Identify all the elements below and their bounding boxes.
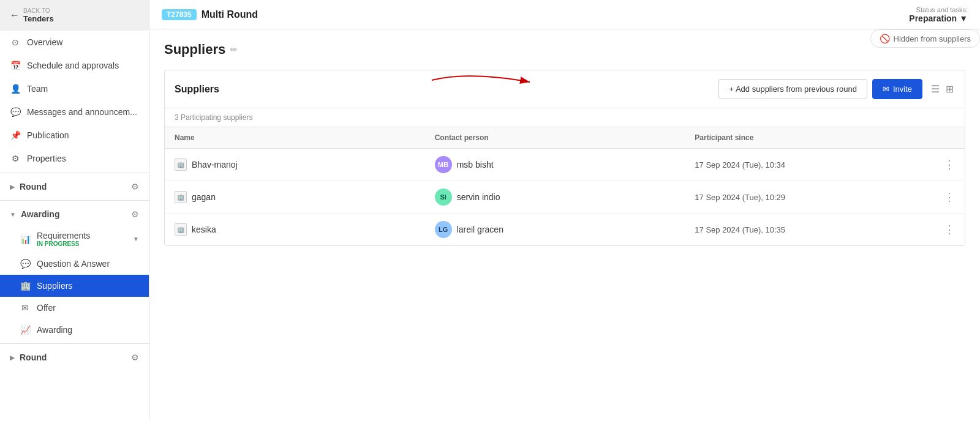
sidebar-item-label: Team	[27, 84, 48, 94]
team-icon: 👤	[10, 83, 21, 94]
participant-since-3: 17 Sep 2024 (Tue), 10:35 ⋮	[695, 223, 955, 236]
contact-person-2: SI servin indio	[435, 188, 695, 206]
awarding-icon: 📈	[20, 324, 31, 335]
participant-since-1: 17 Sep 2024 (Tue), 10:34 ⋮	[695, 158, 955, 171]
sidebar-item-label: Properties	[27, 154, 66, 163]
participant-since-2: 17 Sep 2024 (Tue), 10:29 ⋮	[695, 190, 955, 204]
supplier-name-1: 🏢 Bhav-manoj	[175, 158, 435, 171]
properties-icon: ⚙	[10, 153, 21, 164]
sidebar-item-team[interactable]: 👤 Team	[0, 77, 149, 100]
annotation-arrow	[420, 65, 542, 95]
add-suppliers-label: + Add suppliers from previous round	[729, 84, 856, 94]
sidebar-item-label: Publication	[27, 130, 69, 140]
add-suppliers-button[interactable]: + Add suppliers from previous round	[718, 79, 867, 99]
suppliers-table: Name Contact person Participant since 🏢 …	[165, 127, 965, 245]
offer-label: Offer	[37, 303, 56, 313]
sidebar-item-awarding[interactable]: 📈 Awarding	[0, 319, 149, 341]
requirements-badge: IN PROGRESS	[37, 240, 90, 247]
back-label: BACK TO	[23, 7, 54, 14]
edit-icon[interactable]: ✏	[230, 45, 238, 54]
invite-button[interactable]: ✉ Invite	[872, 79, 922, 99]
sidebar-item-label: Messages and announcem...	[27, 107, 137, 117]
schedule-icon: 📅	[10, 60, 21, 71]
list-view-icon[interactable]: ☰	[930, 82, 941, 96]
awarding-chevron-icon: ▼	[10, 211, 16, 218]
supplier-icon-1: 🏢	[175, 158, 187, 171]
topbar: T27835 Multi Round Status and tasks: Pre…	[149, 0, 980, 29]
round-bottom-chevron-icon: ▶	[10, 354, 15, 361]
status-label: Status and tasks:	[909, 6, 968, 13]
qa-label: Question & Answer	[37, 259, 110, 269]
back-arrow-icon: ←	[10, 10, 20, 21]
col-contact: Contact person	[435, 133, 695, 142]
topbar-title: Multi Round	[202, 9, 258, 20]
avatar-2: SI	[435, 188, 452, 206]
suppliers-panel-header: Suppliers +	[165, 70, 965, 108]
sidebar-item-publication[interactable]: 📌 Publication	[0, 124, 149, 147]
sidebar-item-properties[interactable]: ⚙ Properties	[0, 147, 149, 170]
awarding-section-label: Awarding	[21, 209, 60, 219]
tender-badge: T27835	[162, 9, 197, 20]
messages-icon: 💬	[10, 106, 21, 117]
sidebar-item-offer[interactable]: ✉ Offer	[0, 297, 149, 319]
supplier-icon-2: 🏢	[175, 191, 187, 203]
row-menu-2[interactable]: ⋮	[944, 190, 955, 204]
avatar-3: LG	[435, 221, 452, 238]
contact-person-3: LG lareil gracen	[435, 221, 695, 238]
status-value: Preparation ▼	[909, 13, 968, 23]
round-section-bottom-header[interactable]: ▶ Round ⚙	[0, 346, 149, 368]
qa-icon: 💬	[20, 258, 31, 269]
round-section-label: Round	[20, 182, 47, 192]
table-header: Name Contact person Participant since	[165, 127, 965, 149]
table-row: 🏢 kesika LG lareil gracen 17 Sep 2024 (T…	[165, 214, 965, 245]
awarding-section-header[interactable]: ▼ Awarding ⚙	[0, 203, 149, 225]
round-chevron-icon: ▶	[10, 184, 15, 190]
supplier-icon-3: 🏢	[175, 223, 187, 236]
back-title: Tenders	[23, 14, 54, 23]
round-bottom-gear-icon[interactable]: ⚙	[131, 352, 139, 362]
contact-person-1: MB msb bisht	[435, 156, 695, 173]
row-menu-3[interactable]: ⋮	[944, 223, 955, 236]
col-name: Name	[175, 133, 435, 142]
round-bottom-section-label: Round	[20, 352, 47, 362]
suppliers-count: 3 Participating suppliers	[165, 108, 965, 127]
hidden-badge-label: Hidden from suppliers	[894, 34, 971, 43]
hidden-from-suppliers-badge: 🚫 Hidden from suppliers	[870, 29, 980, 48]
offer-icon: ✉	[20, 302, 31, 313]
invite-label: Invite	[893, 84, 912, 94]
requirements-expand-icon: ▼	[133, 236, 139, 242]
sidebar-item-qa[interactable]: 💬 Question & Answer	[0, 253, 149, 275]
awarding-gear-icon[interactable]: ⚙	[131, 209, 139, 219]
round-gear-icon[interactable]: ⚙	[131, 182, 139, 192]
table-row: 🏢 gagan SI servin indio 17 Sep 2024 (Tue…	[165, 181, 965, 214]
grid-view-icon[interactable]: ⊞	[944, 82, 955, 96]
table-row: 🏢 Bhav-manoj MB msb bisht 17 Sep 2024 (T…	[165, 149, 965, 181]
sidebar-item-suppliers[interactable]: 🏢 Suppliers	[0, 275, 149, 297]
requirements-label: Requirements	[37, 231, 90, 240]
sidebar-item-requirements[interactable]: 📊 Requirements IN PROGRESS ▼	[0, 225, 149, 253]
col-since: Participant since	[695, 133, 955, 142]
overview-icon: ⊙	[10, 37, 21, 48]
row-menu-1[interactable]: ⋮	[944, 158, 955, 171]
main-content: T27835 Multi Round Status and tasks: Pre…	[149, 0, 980, 421]
sidebar: ← BACK TO Tenders ⊙ Overview 📅 Schedule …	[0, 0, 149, 421]
avatar-1: MB	[435, 156, 452, 173]
supplier-name-3: 🏢 kesika	[175, 223, 435, 236]
invite-envelope-icon: ✉	[883, 84, 889, 94]
sidebar-item-label: Overview	[27, 37, 62, 47]
sidebar-item-label: Schedule and approvals	[27, 61, 119, 70]
status-dropdown-icon[interactable]: ▼	[959, 13, 968, 23]
page-title: Suppliers	[164, 42, 225, 58]
eye-off-icon: 🚫	[880, 34, 890, 43]
round-section-header[interactable]: ▶ Round ⚙	[0, 176, 149, 198]
publication-icon: 📌	[10, 130, 21, 141]
sidebar-item-messages[interactable]: 💬 Messages and announcem...	[0, 100, 149, 124]
content-area: 🚫 Hidden from suppliers Suppliers ✏ Supp…	[149, 29, 980, 421]
requirements-icon: 📊	[20, 234, 31, 245]
suppliers-label: Suppliers	[37, 281, 72, 291]
sidebar-item-overview[interactable]: ⊙ Overview	[0, 31, 149, 54]
back-link[interactable]: ← BACK TO Tenders	[0, 0, 149, 31]
suppliers-panel-title: Suppliers	[175, 84, 219, 95]
sidebar-item-schedule[interactable]: 📅 Schedule and approvals	[0, 54, 149, 77]
awarding-label: Awarding	[37, 325, 72, 335]
